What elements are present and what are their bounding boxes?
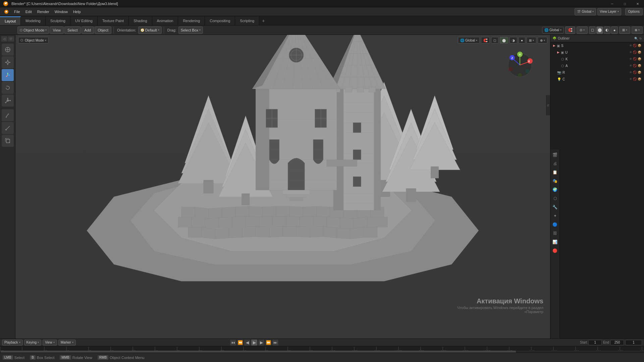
viewport[interactable]: ⬡ Object Mode ▾ 🌐 Global ▾ 🧲 ◻ ⬤ ◑ ● (15, 35, 550, 339)
next-keyframe-button[interactable]: ⏩ (265, 340, 271, 346)
svg-rect-127 (353, 177, 361, 187)
svg-marker-55 (289, 206, 303, 217)
tab-sculpting[interactable]: Sculpting (46, 16, 70, 25)
viewport-shading-solid[interactable]: ⬤ (500, 37, 508, 44)
tab-scripting[interactable]: Scripting (235, 16, 259, 25)
outliner-sync-icon[interactable]: ↻ (639, 37, 642, 40)
view-menu[interactable]: View (50, 26, 64, 34)
tab-uv-editing[interactable]: UV Editing (70, 16, 98, 25)
scale-tool[interactable] (2, 95, 14, 107)
maximize-button[interactable]: □ (619, 0, 631, 7)
options-button[interactable]: Options (625, 8, 643, 15)
toggle-left-panel[interactable]: ◁ (1, 36, 7, 42)
svg-marker-86 (310, 227, 323, 237)
outliner-filter-icon[interactable]: 🔍 (634, 37, 638, 40)
move-tool[interactable] (2, 56, 14, 68)
orientation-dropdown[interactable]: 🧭 Default ▾ (138, 26, 162, 34)
start-frame-input[interactable] (588, 340, 602, 345)
outliner-item-k[interactable]: ⬡ K 👁 🚫 📦 (550, 56, 644, 62)
current-frame-input[interactable] (625, 340, 642, 345)
select-menu[interactable]: Select (64, 26, 81, 34)
props-icon-physics[interactable]: 🔵 (551, 221, 559, 229)
add-cube-tool[interactable] (2, 135, 14, 147)
step-forward-button[interactable]: ▶ (258, 340, 264, 346)
outliner-item-r[interactable]: 📷 R 👁 🚫 📦 (550, 69, 644, 76)
step-back-button[interactable]: ◀ (244, 340, 250, 346)
object-mode-vp-dropdown[interactable]: ⬡ Object Mode ▾ (18, 37, 49, 44)
tl-marker-menu[interactable]: Marker ▾ (58, 340, 76, 346)
end-frame-input[interactable] (610, 340, 624, 345)
viewport-shading-render[interactable]: ● (519, 37, 525, 44)
props-icon-render[interactable]: 🎬 (551, 151, 559, 159)
outliner-item-u[interactable]: ▶ ▣ U 👁 🚫 📦 (550, 49, 644, 56)
props-icon-object[interactable]: ⬡ (551, 194, 559, 202)
viewport-overlay-btn[interactable]: ⊞ ▾ (527, 37, 536, 44)
outliner-item-s[interactable]: ▶ ▣ S 👁 🚫 📦 (550, 42, 644, 49)
tab-compositing[interactable]: Compositing (205, 16, 235, 25)
menu-window[interactable]: Window (52, 8, 70, 15)
tab-texture-paint[interactable]: Texture Paint (98, 16, 129, 25)
props-icon-output[interactable]: 🖨 (551, 160, 559, 168)
shading-solid-button[interactable]: ⬤ (596, 26, 603, 34)
svg-marker-84 (283, 227, 296, 237)
view-layer-selector[interactable]: View Layer ▾ (597, 8, 621, 15)
jump-end-button[interactable]: ⏭ (272, 340, 278, 346)
transform-tool[interactable] (2, 69, 14, 81)
navigation-gizmo[interactable]: X Z Y (506, 52, 533, 78)
outliner-item-a[interactable]: ⬡ A 👁 🚫 📦 (550, 62, 644, 69)
menu-help[interactable]: Help (70, 8, 84, 15)
overlay-button[interactable]: ⊞ ▾ (619, 26, 630, 34)
tab-layout[interactable]: Layout (0, 16, 21, 25)
menu-edit[interactable]: Edit (23, 8, 35, 15)
rotate-tool[interactable] (2, 82, 14, 94)
minimize-button[interactable]: ─ (606, 0, 619, 7)
measure-tool[interactable] (2, 122, 14, 134)
shading-lpe-button[interactable]: ◐ (604, 26, 610, 34)
global-dropdown[interactable]: 🌐 Global ▾ (542, 27, 564, 34)
props-icon-data[interactable]: 📊 (551, 238, 559, 246)
snap-button[interactable]: 🧲 (565, 26, 575, 34)
outliner-item-c[interactable]: 💡 C 👁 🚫 📦 (550, 76, 644, 82)
props-icon-modifier[interactable]: 🔧 (551, 203, 559, 211)
tab-shading[interactable]: Shading (129, 16, 152, 25)
viewport-shading-mat[interactable]: ◑ (509, 37, 517, 44)
shading-render-button[interactable]: ● (611, 26, 618, 34)
play-button[interactable]: ▶ (251, 340, 257, 346)
toggle-header[interactable]: ▽ (8, 36, 14, 42)
scene-selector[interactable]: 🎬 Global ▾ (575, 8, 596, 15)
annotate-tool[interactable] (2, 109, 14, 121)
add-menu[interactable]: Add (82, 26, 94, 34)
tab-animation[interactable]: Animation (152, 16, 178, 25)
jump-start-button[interactable]: ⏮ (230, 340, 236, 346)
drag-dropdown[interactable]: Select Box ▾ (178, 26, 203, 34)
props-icon-constraints[interactable]: ⛓ (551, 229, 559, 237)
menu-file[interactable]: File (11, 8, 23, 15)
props-icon-view-layer[interactable]: 📋 (551, 168, 559, 176)
gizmo-button[interactable]: ⊕ ▾ (632, 26, 643, 34)
tl-view-menu[interactable]: View ▾ (43, 340, 57, 346)
props-icon-world[interactable]: 🌍 (551, 186, 559, 194)
add-workspace-button[interactable]: + (259, 16, 267, 25)
shading-wire-button[interactable]: ◻ (589, 26, 596, 34)
tab-rendering[interactable]: Rendering (178, 16, 205, 25)
viewport-snap-dropdown[interactable]: 🧲 (481, 37, 490, 44)
props-icon-scene[interactable]: 🎭 (551, 177, 559, 185)
viewport-shading-wire[interactable]: ◻ (491, 37, 498, 44)
props-icon-particles[interactable]: ✦ (551, 212, 559, 220)
props-icon-material[interactable]: 🔴 (551, 247, 559, 255)
tab-modeling[interactable]: Modeling (21, 16, 46, 25)
sidebar-n-toggle[interactable]: N (545, 95, 550, 115)
proportional-edit-button[interactable]: ⊙ ▾ (577, 26, 588, 34)
blender-menu[interactable] (1, 8, 11, 15)
scene-svg (15, 35, 550, 339)
viewport-global-dropdown[interactable]: 🌐 Global ▾ (458, 37, 480, 44)
tl-keying-menu[interactable]: Keying ▾ (24, 340, 42, 346)
menu-render[interactable]: Render (35, 8, 52, 15)
object-menu[interactable]: Object (95, 26, 111, 34)
tl-playback-menu[interactable]: Playback ▾ (2, 340, 23, 346)
viewport-gizmo-btn[interactable]: ⊕ ▾ (538, 37, 547, 44)
close-button[interactable]: ✕ (631, 0, 644, 7)
object-mode-dropdown[interactable]: ⬡ Object Mode ▾ (17, 26, 49, 34)
cursor-tool[interactable] (2, 44, 14, 56)
prev-keyframe-button[interactable]: ⏪ (237, 340, 243, 346)
